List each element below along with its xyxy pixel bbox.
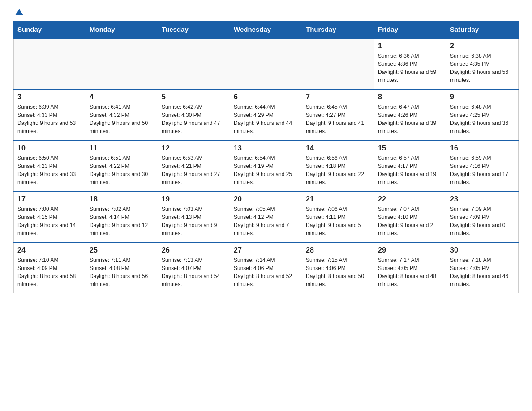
calendar-cell: 16Sunrise: 6:59 AMSunset: 4:16 PMDayligh…	[446, 140, 519, 191]
calendar-cell	[14, 38, 86, 89]
calendar-cell: 5Sunrise: 6:42 AMSunset: 4:30 PMDaylight…	[158, 89, 230, 140]
day-info: Sunrise: 7:09 AMSunset: 4:09 PMDaylight:…	[450, 205, 515, 237]
day-info: Sunrise: 7:03 AMSunset: 4:13 PMDaylight:…	[162, 205, 226, 237]
day-info: Sunrise: 6:54 AMSunset: 4:19 PMDaylight:…	[234, 154, 298, 186]
day-info: Sunrise: 6:50 AMSunset: 4:23 PMDaylight:…	[17, 154, 82, 186]
calendar-week-row: 1Sunrise: 6:36 AMSunset: 4:36 PMDaylight…	[14, 38, 519, 89]
day-number: 3	[17, 93, 82, 101]
calendar-cell: 24Sunrise: 7:10 AMSunset: 4:09 PMDayligh…	[14, 242, 86, 293]
calendar-cell: 12Sunrise: 6:53 AMSunset: 4:21 PMDayligh…	[158, 140, 230, 191]
calendar-week-row: 24Sunrise: 7:10 AMSunset: 4:09 PMDayligh…	[14, 242, 519, 293]
calendar-cell: 19Sunrise: 7:03 AMSunset: 4:13 PMDayligh…	[158, 191, 230, 242]
calendar-cell: 18Sunrise: 7:02 AMSunset: 4:14 PMDayligh…	[86, 191, 158, 242]
day-info: Sunrise: 7:00 AMSunset: 4:15 PMDaylight:…	[17, 205, 82, 237]
day-info: Sunrise: 6:41 AMSunset: 4:32 PMDaylight:…	[90, 103, 154, 135]
calendar-cell	[230, 38, 302, 89]
day-info: Sunrise: 6:42 AMSunset: 4:30 PMDaylight:…	[162, 103, 226, 135]
calendar-cell: 10Sunrise: 6:50 AMSunset: 4:23 PMDayligh…	[14, 140, 86, 191]
day-info: Sunrise: 6:38 AMSunset: 4:35 PMDaylight:…	[450, 52, 515, 84]
calendar-cell: 14Sunrise: 6:56 AMSunset: 4:18 PMDayligh…	[302, 140, 374, 191]
calendar-cell: 27Sunrise: 7:14 AMSunset: 4:06 PMDayligh…	[230, 242, 302, 293]
day-info: Sunrise: 6:56 AMSunset: 4:18 PMDaylight:…	[306, 154, 370, 186]
logo-triangle-icon	[15, 9, 23, 15]
day-info: Sunrise: 7:05 AMSunset: 4:12 PMDaylight:…	[234, 205, 298, 237]
day-number: 17	[17, 195, 82, 203]
calendar-week-row: 3Sunrise: 6:39 AMSunset: 4:33 PMDaylight…	[14, 89, 519, 140]
calendar-cell: 6Sunrise: 6:44 AMSunset: 4:29 PMDaylight…	[230, 89, 302, 140]
day-number: 24	[17, 246, 82, 254]
day-number: 15	[378, 144, 442, 152]
weekday-header-thursday: Thursday	[302, 21, 374, 39]
day-info: Sunrise: 6:51 AMSunset: 4:22 PMDaylight:…	[90, 154, 154, 186]
day-number: 8	[378, 93, 442, 101]
day-info: Sunrise: 6:59 AMSunset: 4:16 PMDaylight:…	[450, 154, 515, 186]
day-info: Sunrise: 6:47 AMSunset: 4:26 PMDaylight:…	[378, 103, 442, 135]
day-number: 28	[306, 246, 370, 254]
weekday-header-sunday: Sunday	[14, 21, 86, 39]
calendar-cell: 17Sunrise: 7:00 AMSunset: 4:15 PMDayligh…	[14, 191, 86, 242]
day-info: Sunrise: 6:39 AMSunset: 4:33 PMDaylight:…	[17, 103, 82, 135]
day-info: Sunrise: 6:36 AMSunset: 4:36 PMDaylight:…	[378, 52, 442, 84]
day-info: Sunrise: 7:14 AMSunset: 4:06 PMDaylight:…	[234, 256, 298, 288]
calendar-cell: 15Sunrise: 6:57 AMSunset: 4:17 PMDayligh…	[374, 140, 446, 191]
calendar-cell: 11Sunrise: 6:51 AMSunset: 4:22 PMDayligh…	[86, 140, 158, 191]
day-info: Sunrise: 7:07 AMSunset: 4:10 PMDaylight:…	[378, 205, 442, 237]
day-number: 7	[306, 93, 370, 101]
calendar-cell: 4Sunrise: 6:41 AMSunset: 4:32 PMDaylight…	[86, 89, 158, 140]
calendar-cell: 26Sunrise: 7:13 AMSunset: 4:07 PMDayligh…	[158, 242, 230, 293]
weekday-header-saturday: Saturday	[446, 21, 519, 39]
calendar-cell: 30Sunrise: 7:18 AMSunset: 4:05 PMDayligh…	[446, 242, 519, 293]
calendar-cell: 23Sunrise: 7:09 AMSunset: 4:09 PMDayligh…	[446, 191, 519, 242]
day-number: 29	[378, 246, 442, 254]
calendar-cell: 7Sunrise: 6:45 AMSunset: 4:27 PMDaylight…	[302, 89, 374, 140]
calendar-cell: 29Sunrise: 7:17 AMSunset: 4:05 PMDayligh…	[374, 242, 446, 293]
day-info: Sunrise: 6:44 AMSunset: 4:29 PMDaylight:…	[234, 103, 298, 135]
calendar-cell: 8Sunrise: 6:47 AMSunset: 4:26 PMDaylight…	[374, 89, 446, 140]
day-number: 13	[234, 144, 298, 152]
day-number: 12	[162, 144, 226, 152]
calendar-cell: 13Sunrise: 6:54 AMSunset: 4:19 PMDayligh…	[230, 140, 302, 191]
weekday-header-row: SundayMondayTuesdayWednesdayThursdayFrid…	[14, 21, 519, 39]
day-number: 30	[450, 246, 515, 254]
calendar-cell: 25Sunrise: 7:11 AMSunset: 4:08 PMDayligh…	[86, 242, 158, 293]
day-number: 2	[450, 42, 515, 50]
day-number: 5	[162, 93, 226, 101]
day-info: Sunrise: 7:06 AMSunset: 4:11 PMDaylight:…	[306, 205, 370, 237]
day-number: 21	[306, 195, 370, 203]
calendar-cell: 28Sunrise: 7:15 AMSunset: 4:06 PMDayligh…	[302, 242, 374, 293]
calendar-week-row: 17Sunrise: 7:00 AMSunset: 4:15 PMDayligh…	[14, 191, 519, 242]
calendar-cell	[86, 38, 158, 89]
weekday-header-friday: Friday	[374, 21, 446, 39]
day-info: Sunrise: 7:10 AMSunset: 4:09 PMDaylight:…	[17, 256, 82, 288]
day-number: 25	[90, 246, 154, 254]
day-info: Sunrise: 6:53 AMSunset: 4:21 PMDaylight:…	[162, 154, 226, 186]
calendar-week-row: 10Sunrise: 6:50 AMSunset: 4:23 PMDayligh…	[14, 140, 519, 191]
day-number: 14	[306, 144, 370, 152]
calendar-cell: 2Sunrise: 6:38 AMSunset: 4:35 PMDaylight…	[446, 38, 519, 89]
day-number: 4	[90, 93, 154, 101]
calendar-cell: 3Sunrise: 6:39 AMSunset: 4:33 PMDaylight…	[14, 89, 86, 140]
day-number: 10	[17, 144, 82, 152]
calendar-cell: 9Sunrise: 6:48 AMSunset: 4:25 PMDaylight…	[446, 89, 519, 140]
day-number: 23	[450, 195, 515, 203]
day-number: 11	[90, 144, 154, 152]
day-info: Sunrise: 7:17 AMSunset: 4:05 PMDaylight:…	[378, 256, 442, 288]
calendar-cell	[302, 38, 374, 89]
day-info: Sunrise: 7:02 AMSunset: 4:14 PMDaylight:…	[90, 205, 154, 237]
day-number: 18	[90, 195, 154, 203]
weekday-header-monday: Monday	[86, 21, 158, 39]
page-header	[13, 9, 519, 16]
day-info: Sunrise: 7:13 AMSunset: 4:07 PMDaylight:…	[162, 256, 226, 288]
calendar-table: SundayMondayTuesdayWednesdayThursdayFrid…	[13, 21, 519, 293]
day-info: Sunrise: 6:57 AMSunset: 4:17 PMDaylight:…	[378, 154, 442, 186]
calendar-cell: 1Sunrise: 6:36 AMSunset: 4:36 PMDaylight…	[374, 38, 446, 89]
calendar-cell: 22Sunrise: 7:07 AMSunset: 4:10 PMDayligh…	[374, 191, 446, 242]
day-info: Sunrise: 7:15 AMSunset: 4:06 PMDaylight:…	[306, 256, 370, 288]
day-number: 6	[234, 93, 298, 101]
day-number: 9	[450, 93, 515, 101]
calendar-cell: 20Sunrise: 7:05 AMSunset: 4:12 PMDayligh…	[230, 191, 302, 242]
day-number: 26	[162, 246, 226, 254]
weekday-header-tuesday: Tuesday	[158, 21, 230, 39]
day-number: 1	[378, 42, 442, 50]
weekday-header-wednesday: Wednesday	[230, 21, 302, 39]
